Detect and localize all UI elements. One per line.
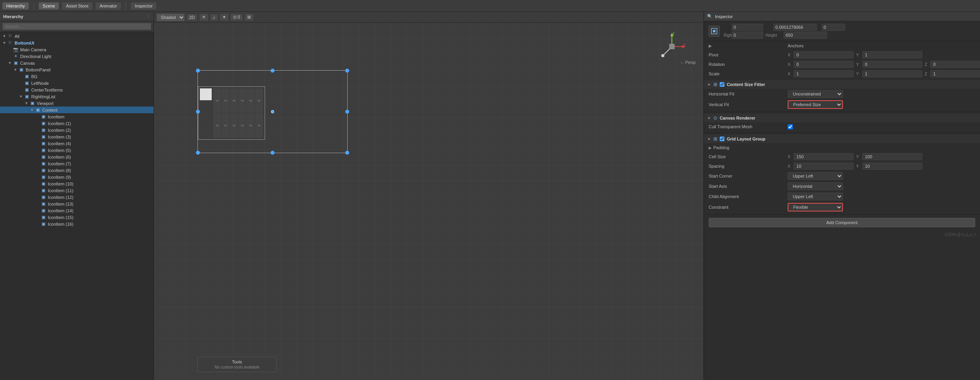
- pos-z-input[interactable]: 0: [822, 24, 845, 31]
- icon-item-10-label: IconItem (10): [48, 182, 73, 186]
- pivot-y-input[interactable]: 1: [862, 51, 922, 58]
- handle-bottom-right[interactable]: [345, 151, 349, 155]
- hierarchy-icon-item-12[interactable]: ▣ IconItem (12): [0, 194, 154, 200]
- spacing-y-input[interactable]: 10: [862, 163, 922, 170]
- hierarchy-bg-item[interactable]: ▣ BG: [0, 73, 154, 80]
- inspector-tab[interactable]: Inspector: [131, 2, 156, 9]
- cell-size-x-input[interactable]: 150: [794, 153, 854, 160]
- persp-label: ← Persp: [680, 60, 696, 65]
- start-axis-dropdown[interactable]: Horizontal: [788, 182, 843, 190]
- handle-top-center[interactable]: [271, 69, 275, 73]
- spacing-x-input[interactable]: 10: [794, 163, 854, 170]
- hierarchy-icon-item-7[interactable]: ▣ IconItem (7): [0, 160, 154, 167]
- scene-tab[interactable]: Scene: [39, 2, 59, 9]
- hierarchy-icon-item-5[interactable]: ▣ IconItem (5): [0, 147, 154, 153]
- hierarchy-icon-item-2[interactable]: ▣ IconItem (2): [0, 127, 154, 133]
- asset-store-tab[interactable]: Asset Store: [62, 2, 92, 9]
- hierarchy-center-text-item[interactable]: ▣ CenterTextItems: [0, 86, 154, 93]
- hierarchy-icon-item-13[interactable]: ▣ IconItem (13): [0, 200, 154, 207]
- padding-arrow[interactable]: ▶: [709, 146, 712, 150]
- rot-x-label: X: [788, 62, 790, 67]
- content-size-fitter-header[interactable]: ▼ ⊞ Content Size Fitter: [704, 80, 980, 89]
- cull-transparent-checkbox[interactable]: [788, 124, 793, 129]
- hierarchy-left-node-item[interactable]: ▣ LeftNode: [0, 80, 154, 86]
- pivot-x-input[interactable]: 0: [794, 51, 854, 58]
- constraint-dropdown[interactable]: Flexible: [788, 203, 843, 212]
- pos-y-input[interactable]: 0.0001278066: [773, 24, 817, 31]
- hierarchy-icon-item-11[interactable]: ▣ IconItem (11): [0, 187, 154, 194]
- content-size-fitter-section: ▼ ⊞ Content Size Fitter Horizontal Fit U…: [704, 79, 980, 112]
- constraint-value: Flexible: [788, 203, 975, 212]
- hierarchy-bottomui-item[interactable]: ▼ ⚐ BottomUI: [0, 39, 154, 46]
- hierarchy-tab[interactable]: Hierarchy: [2, 2, 29, 9]
- canvas-renderer-header[interactable]: ▼ ⊙ Canvas Renderer: [704, 114, 980, 122]
- csf-enabled-checkbox[interactable]: [720, 82, 724, 87]
- rotation-z-input[interactable]: 0: [930, 61, 980, 68]
- gizmos-toggle[interactable]: ⊙ 0: [230, 13, 243, 21]
- hierarchy-search-input[interactable]: [2, 23, 151, 30]
- lighting-toggle[interactable]: ☀: [199, 13, 209, 21]
- hierarchy-icon-item-3[interactable]: ▣ IconItem (3): [0, 133, 154, 140]
- hierarchy-canvas-item[interactable]: ▼ ▣ Canvas: [0, 60, 154, 66]
- icon-item-9-label: IconItem (9): [48, 175, 71, 180]
- icon-item-10-icon: ▣: [40, 181, 47, 186]
- handle-bottom-left[interactable]: [196, 151, 200, 155]
- scale-value: X 1 Y 1 Z 1: [788, 70, 980, 77]
- height-input[interactable]: 650: [784, 32, 827, 39]
- hierarchy-icon-item-1[interactable]: ▣ IconItem (1): [0, 120, 154, 127]
- icon-item-1-label: IconItem (1): [48, 121, 71, 126]
- scale-y-input[interactable]: 1: [862, 70, 922, 77]
- grid-layout-header[interactable]: ▼ ⊞ Grid Layout Group: [704, 135, 980, 143]
- padding-row: ▶ Padding: [704, 143, 980, 152]
- all-label: All: [15, 34, 19, 39]
- start-corner-dropdown[interactable]: Upper Left: [788, 172, 843, 180]
- hierarchy-icon-item-0[interactable]: ▣ IconItem: [0, 113, 154, 120]
- hierarchy-right-img-list-item[interactable]: ▼ ▣ RightImgList: [0, 93, 154, 100]
- icon-item-4-icon: ▣: [40, 141, 47, 146]
- audio-toggle[interactable]: ♪: [210, 14, 218, 21]
- spacing-label: Spacing: [709, 164, 788, 168]
- grid-toggle[interactable]: ⊞: [245, 13, 254, 21]
- rotation-y-input[interactable]: 0: [862, 61, 922, 68]
- hierarchy-bottom-panel-item[interactable]: ▼ ▣ BottomPanel: [0, 66, 154, 73]
- shading-dropdown[interactable]: Shaded: [156, 13, 185, 21]
- hierarchy-icon-item-6[interactable]: ▣ IconItem (6): [0, 153, 154, 160]
- pos-x-input[interactable]: 0: [732, 24, 763, 31]
- scene-toolbar: Shaded 2D ☀ ♪ ✦ ⊙ 0 ⊞: [154, 12, 703, 23]
- 2d-toggle[interactable]: 2D: [186, 14, 198, 21]
- horizontal-fit-dropdown[interactable]: Unconstrained: [788, 90, 843, 98]
- vertical-fit-dropdown[interactable]: Preferred Size: [788, 100, 843, 109]
- hierarchy-content-item[interactable]: ▼ ▣ Content: [0, 107, 154, 113]
- handle-bottom-center[interactable]: [271, 151, 275, 155]
- hierarchy-icon-item-16[interactable]: ▣ IconItem (16): [0, 221, 154, 227]
- hierarchy-dir-light-item[interactable]: ☀ Directional Light: [0, 53, 154, 60]
- hierarchy-main-camera-item[interactable]: 📷 Main Camera: [0, 46, 154, 53]
- child-alignment-dropdown[interactable]: Upper Left: [788, 193, 843, 200]
- hierarchy-viewport-item[interactable]: ▼ ▣ Viewport: [0, 100, 154, 107]
- rotation-x-input[interactable]: 0: [794, 61, 854, 68]
- handle-top-left[interactable]: [196, 69, 200, 73]
- hierarchy-icon-item-4[interactable]: ▣ IconItem (4): [0, 140, 154, 147]
- hierarchy-icon-item-14[interactable]: ▣ IconItem (14): [0, 207, 154, 214]
- gl-enabled-checkbox[interactable]: [720, 137, 724, 141]
- handle-left[interactable]: [196, 110, 200, 114]
- hierarchy-icon-item-15[interactable]: ▣ IconItem (15): [0, 214, 154, 221]
- hierarchy-menu-icon[interactable]: ⋮: [146, 14, 150, 19]
- animator-tab[interactable]: Animator: [96, 2, 121, 9]
- handle-right[interactable]: [345, 110, 349, 114]
- hierarchy-search-bar: [0, 21, 154, 32]
- handle-top-right[interactable]: [345, 69, 349, 73]
- hierarchy-icon-item-9[interactable]: ▣ IconItem (9): [0, 174, 154, 180]
- scene-view[interactable]: y x ← Persp: [154, 23, 703, 380]
- hierarchy-all-item[interactable]: ▼ ⚐ All: [0, 33, 154, 39]
- scale-z-input[interactable]: 1: [930, 70, 980, 77]
- rect-anchor-icon[interactable]: [709, 26, 720, 37]
- right-input[interactable]: 0: [732, 32, 763, 39]
- effects-toggle[interactable]: ✦: [220, 13, 229, 21]
- add-component-button[interactable]: Add Component: [709, 218, 975, 227]
- hierarchy-icon-item-8[interactable]: ▣ IconItem (8): [0, 167, 154, 174]
- cell-size-y-input[interactable]: 100: [862, 153, 922, 160]
- anchors-arrow[interactable]: ▶: [709, 43, 788, 49]
- hierarchy-icon-item-10[interactable]: ▣ IconItem (10): [0, 180, 154, 187]
- scale-x-input[interactable]: 1: [794, 70, 854, 77]
